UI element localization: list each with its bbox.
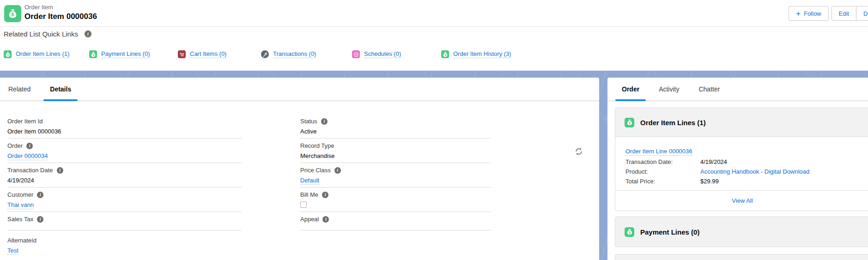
customer-link[interactable]: Thai vann <box>7 201 34 209</box>
quick-link-order-item-lines[interactable]: Order Item Lines (1) <box>4 50 69 58</box>
follow-button[interactable]: + Follow <box>789 6 829 21</box>
quick-link-schedules[interactable]: Schedules (0) <box>352 50 401 58</box>
follow-button-label: Follow <box>804 10 821 17</box>
record-header: Order Item Order Item 0000036 + Follow E… <box>0 0 868 27</box>
card-field-label: Product: <box>625 168 700 178</box>
card-header[interactable]: Order Item Lines (1) <box>615 108 868 137</box>
quick-links-title: Related List Quick Links <box>4 30 78 38</box>
tab-related[interactable]: Related <box>2 78 37 101</box>
field-order: Orderi Order 0000034 <box>7 139 242 163</box>
field-label: Sales Tax <box>7 216 33 223</box>
field-label: Price Class <box>300 167 331 174</box>
info-icon[interactable]: i <box>26 143 33 149</box>
detail-column-right: Statusi Active Record Type Merchandise P… <box>300 114 491 230</box>
card-field-label: Transaction Date: <box>625 158 700 168</box>
field-price-class: Price Classi Default <box>300 163 491 187</box>
quick-link-cart-items[interactable]: Cart Items (0) <box>178 50 226 58</box>
info-icon[interactable]: i <box>322 192 328 198</box>
card-field-label: Total Price: <box>625 178 700 187</box>
payment-lines-card[interactable]: Payment Lines (0) <box>615 217 868 247</box>
field-label: Bill Me <box>300 191 318 198</box>
field-customer: Customeri Thai vann <box>7 187 242 212</box>
money-bag-icon <box>625 118 634 127</box>
money-bag-icon <box>4 50 12 58</box>
info-icon[interactable]: i <box>85 30 91 37</box>
field-status: Statusi Active <box>300 114 491 139</box>
wrench-icon <box>261 50 269 58</box>
card-title: Order Item Lines (1) <box>640 119 706 127</box>
quick-link-order-item-history[interactable]: Order Item History (3) <box>441 50 511 58</box>
detail-tabs: Related Details <box>0 78 599 101</box>
delete-button[interactable]: Delete <box>856 6 868 21</box>
plus-icon: + <box>796 10 801 18</box>
side-tabs: Order Activity Chatter <box>607 78 868 101</box>
info-icon[interactable]: i <box>37 216 43 223</box>
price-class-link[interactable]: Default <box>300 177 319 185</box>
change-record-type-icon[interactable] <box>574 147 583 156</box>
field-sales-tax: Sales Taxi <box>7 212 242 230</box>
field-label: Order <box>7 142 23 149</box>
product-link[interactable]: Accounting Handbook - Digital Download <box>700 168 809 175</box>
related-list-quick-links: Related List Quick Links i Order Item Li… <box>0 27 868 71</box>
field-label: Order Item Id <box>7 118 43 125</box>
field-value: 4/19/2024 <box>7 177 242 184</box>
header-actions: + Follow Edit Delete <box>789 6 868 21</box>
bill-me-checkbox[interactable] <box>300 201 307 208</box>
field-appeal: Appeali <box>300 212 491 230</box>
money-bag-icon <box>7 8 18 19</box>
order-link[interactable]: Order 0000034 <box>7 152 48 160</box>
field-label: Customer <box>7 191 33 198</box>
tab-activity[interactable]: Activity <box>652 78 686 101</box>
quick-link-payment-lines[interactable]: Payment Lines (0) <box>89 50 150 58</box>
money-bag-icon <box>625 227 634 237</box>
tab-chatter[interactable]: Chatter <box>692 78 726 101</box>
edit-button[interactable]: Edit <box>832 6 856 21</box>
order-item-line-link[interactable]: Order Item Line 0000036 <box>625 148 692 156</box>
tab-order[interactable]: Order <box>615 78 646 101</box>
cart-icon <box>178 50 186 58</box>
field-record-type: Record Type Merchandise <box>300 139 491 163</box>
view-all-link[interactable]: View All <box>732 197 753 204</box>
field-value: Order Item 0000036 <box>7 128 242 135</box>
money-bag-icon <box>89 50 97 58</box>
card-title: Payment Lines (0) <box>640 228 699 236</box>
entity-label: Order Item <box>24 4 97 11</box>
info-icon[interactable]: i <box>57 167 63 174</box>
schedule-icon <box>352 50 360 58</box>
info-icon[interactable]: i <box>334 167 341 174</box>
partial-card <box>615 254 868 260</box>
field-order-item-id: Order Item Id Order Item 0000036 <box>7 114 242 139</box>
field-label: Status <box>300 118 317 125</box>
related-panel: Order Activity Chatter Order Item Lines … <box>607 78 868 260</box>
field-label: Transaction Date <box>7 167 53 174</box>
info-icon[interactable]: i <box>321 118 328 125</box>
money-bag-icon <box>441 50 449 58</box>
field-bill-me: Bill Mei <box>300 187 491 212</box>
card-field-value: 4/19/2024 <box>700 158 868 168</box>
field-label: Appeal <box>300 216 319 223</box>
field-alternateid: AlternateId Test <box>7 236 242 260</box>
field-value: Active <box>300 128 491 135</box>
order-item-entity-icon <box>4 5 21 22</box>
order-item-lines-card: Order Item Lines (1) Order Item Line 000… <box>615 108 868 211</box>
card-field-value: $29.99 <box>700 178 868 187</box>
quick-link-transactions[interactable]: Transactions (0) <box>261 50 316 58</box>
record-detail-panel: Related Details Order Item Id Order Item… <box>0 78 599 260</box>
record-title: Order Item 0000036 <box>24 12 97 21</box>
field-transaction-date: Transaction Datei 4/19/2024 <box>7 163 242 187</box>
info-icon[interactable]: i <box>322 216 329 223</box>
field-label: AlternateId <box>7 237 36 244</box>
tab-details[interactable]: Details <box>43 78 78 101</box>
field-label: Record Type <box>300 142 334 149</box>
detail-column-left: Order Item Id Order Item 0000036 Orderi … <box>7 114 242 260</box>
alternateid-link[interactable]: Test <box>7 247 18 255</box>
info-icon[interactable]: i <box>37 192 43 198</box>
field-value: Merchandise <box>300 152 491 159</box>
